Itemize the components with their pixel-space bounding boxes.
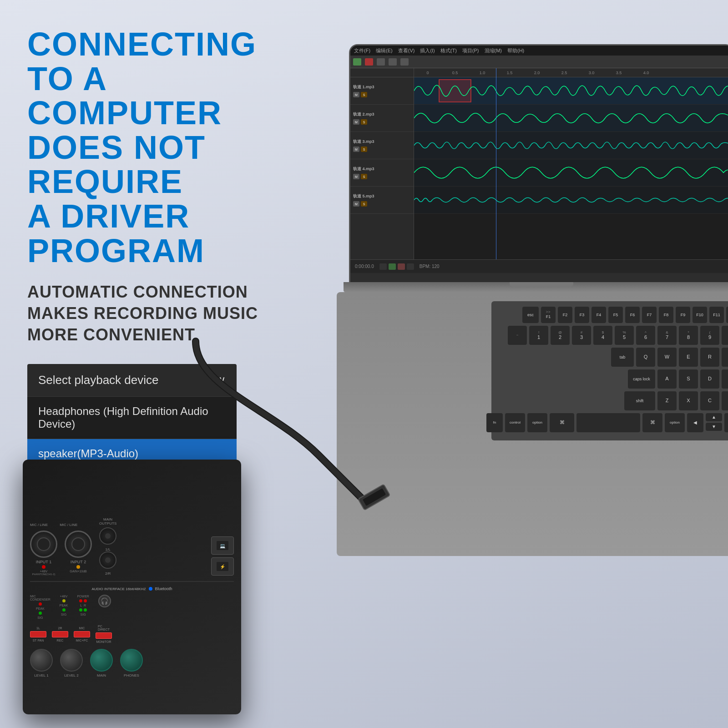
daw-menu-edit[interactable]: 编辑(E) — [376, 47, 393, 54]
transport-rewind[interactable] — [379, 263, 387, 270]
key-f2[interactable]: F2 — [558, 307, 572, 323]
waveform-track-1 — [414, 77, 728, 105]
key-f11[interactable]: F11 — [709, 307, 724, 323]
daw-interface: 文件(F) 编辑(E) 查看(V) 插入(I) 格式(T) 项目(P) 混缩(M… — [350, 46, 728, 282]
key-command-left[interactable]: ⌘ — [550, 413, 574, 432]
switch-btn-1l[interactable] — [30, 631, 46, 637]
key-arrow-left[interactable]: ◀ — [687, 413, 703, 432]
key-tab[interactable]: tab — [611, 348, 634, 367]
bluetooth-btn[interactable]: ⚡ — [211, 557, 234, 576]
track-mute-2[interactable]: M — [353, 119, 359, 125]
daw-record-btn[interactable] — [365, 58, 373, 66]
key-8[interactable]: *8 — [679, 326, 698, 345]
transport-record[interactable] — [398, 263, 405, 270]
key-arrow-up[interactable]: ▲ — [706, 413, 722, 421]
track-mute-3[interactable]: M — [353, 147, 359, 152]
key-f9[interactable]: F9 — [676, 307, 690, 323]
daw-menu-mix[interactable]: 混缩(M) — [485, 47, 502, 54]
key-f8[interactable]: F8 — [659, 307, 673, 323]
laptop-bezel — [344, 282, 728, 292]
daw-menu-insert[interactable]: 插入(I) — [420, 47, 435, 54]
key-space[interactable] — [576, 413, 640, 432]
daw-menu-project[interactable]: 项目(P) — [462, 47, 479, 54]
key-a[interactable]: A — [657, 369, 677, 389]
daw-track-headers: 轨道 1.mp3 M S 轨道 2.mp3 M S — [350, 68, 414, 259]
computer-btn[interactable]: 💻 — [211, 536, 234, 555]
key-f10[interactable]: F10 — [693, 307, 707, 323]
key-4[interactable]: $4 — [593, 326, 612, 345]
key-arrow-right[interactable]: ▶ — [724, 413, 728, 432]
daw-stop-btn[interactable] — [377, 58, 385, 66]
device-bottom-section: AUDIO INTERFACE 16bit/48KHZ Bluetooth MI… — [30, 582, 234, 697]
key-f[interactable]: F — [722, 369, 728, 389]
key-option-right[interactable]: option — [665, 413, 685, 432]
transport-play[interactable] — [389, 263, 396, 270]
track-solo-3[interactable]: S — [361, 147, 367, 152]
key-3[interactable]: #3 — [572, 326, 591, 345]
dropdown-header-text: Select playback device — [38, 373, 158, 387]
switch-btn-2r[interactable] — [52, 631, 68, 637]
track-solo-5[interactable]: S — [361, 201, 367, 207]
track-mute-5[interactable]: M — [353, 201, 359, 207]
key-control[interactable]: control — [505, 413, 525, 432]
key-shift-left[interactable]: shift — [624, 391, 655, 410]
key-z[interactable]: Z — [657, 391, 677, 410]
track-solo-2[interactable]: S — [361, 119, 367, 125]
daw-menu-format[interactable]: 格式(T) — [440, 47, 457, 54]
key-e[interactable]: E — [679, 348, 698, 367]
key-7[interactable]: &7 — [657, 326, 677, 345]
switch-btn-monitor[interactable] — [96, 632, 112, 639]
switch-btn-mic[interactable] — [74, 631, 90, 637]
daw-play-btn[interactable] — [353, 58, 361, 66]
daw-transport: 0:00:00.0 BPM: 120 — [350, 259, 728, 273]
keyboard-row-zxcv: shift Z X C V — [497, 391, 728, 410]
key-esc[interactable]: esc — [522, 307, 539, 323]
key-f12[interactable]: F12 — [726, 307, 728, 323]
key-f7[interactable]: F7 — [642, 307, 657, 323]
daw-menu-help[interactable]: 帮助(H) — [507, 47, 524, 54]
key-caps[interactable]: caps lock — [628, 369, 655, 389]
key-f3[interactable]: F3 — [575, 307, 589, 323]
track-mute-1[interactable]: M — [353, 92, 359, 97]
key-f4[interactable]: F4 — [592, 307, 606, 323]
dropdown-header[interactable]: Select playback device ∨ — [27, 364, 237, 396]
knob-level2[interactable] — [60, 649, 83, 672]
daw-rewind-btn[interactable] — [389, 58, 397, 66]
key-f1[interactable]: ᗒᗒF1 — [541, 307, 556, 323]
key-f6[interactable]: F6 — [625, 307, 640, 323]
key-w[interactable]: W — [657, 348, 677, 367]
key-0[interactable]: )0 — [722, 326, 728, 345]
daw-forward-btn[interactable] — [400, 58, 409, 66]
key-fn[interactable]: fn — [486, 413, 503, 432]
key-c[interactable]: C — [700, 391, 719, 410]
key-2[interactable]: @2 — [551, 326, 570, 345]
key-command-right[interactable]: ⌘ — [642, 413, 662, 432]
transport-stop[interactable] — [407, 263, 414, 270]
power-r-sig-led — [84, 608, 87, 612]
key-r[interactable]: R — [700, 348, 719, 367]
track-solo-1[interactable]: S — [361, 92, 367, 97]
key-9[interactable]: (9 — [700, 326, 719, 345]
key-q[interactable]: Q — [636, 348, 655, 367]
daw-timeline[interactable]: 0 0.5 1.0 1.5 2.0 2.5 3.0 3.5 4.0 — [414, 68, 728, 259]
daw-menu-view[interactable]: 查看(V) — [398, 47, 415, 54]
knob-main[interactable] — [90, 649, 113, 672]
key-6[interactable]: ^6 — [636, 326, 655, 345]
key-v[interactable]: V — [722, 391, 728, 410]
key-d[interactable]: D — [700, 369, 719, 389]
knob-level1[interactable] — [30, 649, 53, 672]
key-x[interactable]: X — [679, 391, 698, 410]
key-s[interactable]: S — [679, 369, 698, 389]
dropdown-item-headphones[interactable]: Headphones (High Definition Audio Device… — [27, 396, 237, 439]
key-f5[interactable]: F5 — [608, 307, 623, 323]
key-arrow-down[interactable]: ▼ — [706, 423, 722, 431]
track-solo-4[interactable]: S — [361, 174, 367, 179]
key-tilde[interactable]: ~ — [508, 326, 527, 345]
key-option-left[interactable]: option — [527, 413, 547, 432]
key-1[interactable]: !1 — [529, 326, 548, 345]
knob-phones[interactable] — [120, 649, 143, 672]
track-mute-4[interactable]: M — [353, 174, 359, 179]
daw-menu-file[interactable]: 文件(F) — [354, 47, 370, 54]
key-5[interactable]: %5 — [615, 326, 634, 345]
key-t[interactable]: T — [722, 348, 728, 367]
